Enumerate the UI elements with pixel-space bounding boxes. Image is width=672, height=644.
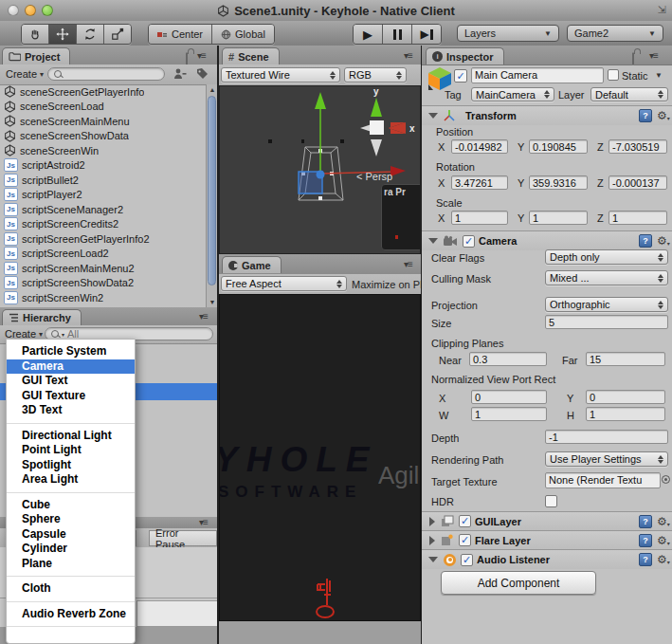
menu-item-camera[interactable]: Camera [7, 359, 135, 375]
project-item[interactable]: JsscriptScreenGetPlayerInfo2 [0, 231, 206, 247]
viewport-y-field[interactable]: 0 [586, 390, 665, 404]
menu-item-spotlight[interactable]: Spotlight [7, 458, 135, 473]
zoom-button[interactable] [42, 5, 53, 16]
hidden-assets-icon[interactable] [173, 67, 187, 83]
project-item[interactable]: JsscriptAstroid2 [0, 158, 206, 174]
hand-tool-button[interactable] [22, 25, 49, 44]
pause-button[interactable] [383, 25, 412, 44]
add-component-button[interactable]: Add Component [441, 571, 596, 595]
component-enabled-checkbox[interactable]: ✓ [459, 515, 471, 527]
help-icon[interactable]: ? [639, 534, 652, 547]
hdr-checkbox[interactable] [545, 495, 557, 507]
panel-menu-icon[interactable]: ▾≡ [199, 517, 208, 527]
project-item[interactable]: JsscriptBullet2 [0, 173, 206, 188]
camera-component-header[interactable]: ✓ Camera ? ⚙ [422, 230, 672, 250]
project-item[interactable]: JsscriptScreenLoad2 [0, 247, 206, 262]
menu-item-cube[interactable]: Cube [7, 498, 135, 513]
gear-icon[interactable]: ⚙ [657, 110, 670, 121]
resize-icon[interactable]: ⇲ [658, 4, 666, 16]
tag-dropdown[interactable]: MainCamera [471, 87, 554, 101]
menu-item-3d-text[interactable]: 3D Text [7, 403, 135, 418]
project-item[interactable]: JsscriptPlayer2 [0, 188, 206, 203]
help-icon[interactable]: ? [639, 515, 652, 528]
object-picker-icon[interactable] [662, 475, 670, 484]
move-tool-button[interactable] [49, 25, 77, 44]
project-item[interactable]: sceneScreenShowData [0, 129, 206, 144]
persp-label[interactable]: < Persp [356, 171, 392, 182]
maximize-on-play-toggle[interactable]: Maximize on Pla [352, 279, 421, 290]
rotation-z-field[interactable]: -0.000137 [608, 175, 667, 190]
foldout-icon[interactable] [429, 517, 435, 526]
gizmo-y-cone[interactable] [371, 98, 382, 117]
minimize-button[interactable] [25, 5, 36, 16]
active-checkbox[interactable]: ✓ [454, 69, 467, 83]
rendering-path-dropdown[interactable]: Use Player Settings [545, 451, 668, 467]
orientation-gizmo[interactable]: y x [360, 86, 415, 156]
far-field[interactable]: 15 [586, 352, 665, 366]
error-pause-button[interactable]: Error Pause [149, 530, 217, 546]
layers-dropdown[interactable]: Layers▼ [457, 25, 559, 42]
channel-dropdown[interactable]: RGB [344, 67, 407, 83]
size-field[interactable]: 5 [545, 315, 668, 329]
clear-flags-dropdown[interactable]: Depth only [545, 249, 668, 265]
guilayer-header[interactable]: ✓ GUILayer ? ⚙ [422, 511, 672, 530]
move-gizmo-y-axis[interactable] [315, 92, 326, 175]
viewport-w-field[interactable]: 1 [471, 407, 547, 421]
menu-item-cylinder[interactable]: Cylinder [7, 542, 135, 557]
name-field[interactable]: Main Camera [471, 67, 604, 83]
menu-item-point-light[interactable]: Point Light [7, 443, 135, 458]
flare-layer-header[interactable]: ✓ Flare Layer ? ⚙ [422, 530, 672, 549]
component-enabled-checkbox[interactable]: ✓ [459, 534, 471, 546]
help-icon[interactable]: ? [639, 553, 652, 566]
tab-game[interactable]: Game [222, 256, 282, 273]
panel-menu-icon[interactable]: ▾≡ [199, 311, 208, 322]
layer-dropdown[interactable]: Default [590, 87, 668, 101]
viewport-x-field[interactable]: 0 [471, 390, 547, 404]
label-filter-icon[interactable] [195, 67, 209, 83]
project-item[interactable]: JsscriptSceneManager2 [0, 202, 206, 217]
scale-x-field[interactable]: 1 [451, 211, 508, 225]
panel-menu-icon[interactable]: ▾≡ [649, 50, 658, 61]
gear-icon[interactable]: ⚙ [657, 516, 670, 527]
gizmo-cube[interactable] [370, 120, 384, 135]
gear-icon[interactable]: ⚙ [657, 554, 670, 565]
menu-item-directional-light[interactable]: Directional Light [7, 429, 135, 444]
menu-item-particle-system[interactable]: Particle System [7, 344, 135, 359]
audio-listener-header[interactable]: ✓ Audio Listener ? ⚙ [422, 549, 672, 569]
pivot-center-button[interactable]: Center [149, 25, 212, 44]
rotation-y-field[interactable]: 359.9316 [529, 175, 588, 190]
tab-project[interactable]: Project [2, 47, 70, 64]
menu-item-gui-text[interactable]: GUI Text [7, 374, 135, 389]
position-y-field[interactable]: 0.190845 [529, 139, 588, 154]
foldout-icon[interactable] [428, 557, 438, 562]
tab-hierarchy[interactable]: Hierarchy [2, 309, 82, 325]
component-enabled-checkbox[interactable]: ✓ [461, 554, 473, 566]
layout-dropdown[interactable]: Game2▼ [567, 25, 663, 42]
scale-z-field[interactable]: 1 [608, 211, 667, 225]
step-button[interactable]: ▶ [412, 25, 441, 44]
rotation-x-field[interactable]: 3.47261 [451, 175, 508, 190]
play-button[interactable]: ▶ [354, 25, 383, 44]
panel-menu-icon[interactable]: ▾≡ [197, 50, 206, 61]
static-checkbox[interactable] [608, 69, 619, 81]
lock-icon[interactable] [632, 52, 634, 65]
move-gizmo-center[interactable] [317, 171, 325, 179]
aspect-dropdown[interactable]: Free Aspect [221, 276, 347, 291]
rotate-tool-button[interactable] [77, 25, 104, 44]
near-field[interactable]: 0.3 [469, 352, 547, 366]
project-item[interactable]: sceneScreenLoad [0, 100, 206, 115]
project-item[interactable]: sceneScreenMainMenu [0, 114, 206, 129]
project-item[interactable]: JsscriptScreenShowData2 [0, 276, 206, 291]
menu-item-gui-texture[interactable]: GUI Texture [7, 389, 135, 404]
render-mode-dropdown[interactable]: Textured Wire [221, 67, 340, 83]
panel-menu-icon[interactable]: ▾≡ [404, 259, 412, 269]
gear-icon[interactable]: ⚙ [657, 535, 670, 546]
project-item[interactable]: sceneScreenGetPlayerInfo [0, 84, 206, 100]
gear-icon[interactable]: ⚙ [657, 235, 670, 247]
project-item[interactable]: JsscriptScreenCredits2 [0, 217, 206, 232]
game-viewport[interactable]: YHOLE SOFTWARE Agili [219, 294, 421, 621]
menu-item-audio-reverb-zone[interactable]: Audio Reverb Zone [7, 607, 135, 622]
culling-mask-dropdown[interactable]: Mixed ... [545, 270, 668, 285]
project-item[interactable]: JsscriptScreenWin2 [0, 290, 206, 305]
scale-y-field[interactable]: 1 [529, 211, 588, 225]
